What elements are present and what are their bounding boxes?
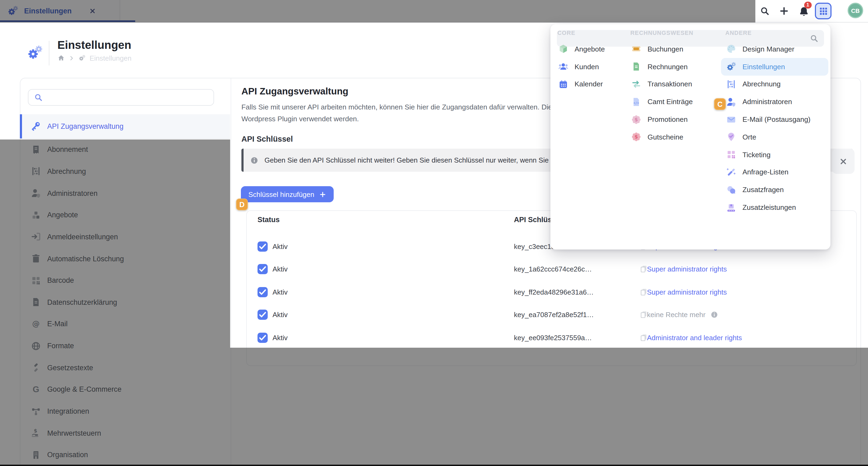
- launcher-section-andere: ANDERE Design Manager Einstellungen Abre…: [721, 30, 828, 216]
- launcher-item-label: Orte: [742, 133, 756, 141]
- status-checkbox[interactable]: [257, 264, 268, 275]
- rights-link[interactable]: keine Rechte mehr: [647, 311, 718, 319]
- launcher-item[interactable]: $ Gutscheine: [626, 128, 717, 146]
- svg-text:$: $: [634, 134, 638, 140]
- status-checkbox[interactable]: [257, 310, 268, 320]
- palette-icon: [726, 44, 737, 55]
- person-shield-icon: [726, 97, 737, 107]
- rights-link[interactable]: Super administrator rights: [647, 288, 727, 296]
- breadcrumb: Einstellungen: [57, 54, 131, 62]
- ticket-icon: [631, 44, 642, 55]
- status-label: Aktiv: [273, 311, 287, 319]
- launcher-item[interactable]: Angebote: [553, 40, 623, 58]
- wand-icon: [726, 167, 737, 178]
- add-icon[interactable]: [779, 6, 789, 16]
- launcher-item[interactable]: $ Promotionen: [626, 111, 717, 128]
- launcher-item-label: Zusatzleistungen: [742, 204, 796, 211]
- launcher-item[interactable]: Orte: [721, 128, 828, 146]
- check-icon: [257, 332, 268, 343]
- launcher-item-label: Anfrage-Listen: [742, 168, 788, 176]
- launcher-item-label: Ticketing: [742, 151, 771, 159]
- launcher-item-label: Abrechnung: [742, 80, 780, 88]
- check-icon: [257, 264, 268, 275]
- launcher-item-label: Kunden: [575, 63, 599, 70]
- api-key-value: key_ee093fe2537559a…: [514, 334, 592, 342]
- launcher-item-label: Transaktionen: [648, 80, 692, 88]
- launcher-item-label: Einstellungen: [742, 63, 785, 70]
- launcher-item[interactable]: Abrechnung: [721, 75, 828, 93]
- info-icon[interactable]: [710, 311, 718, 319]
- api-key-value: key_1a62ccc674ce26c…: [514, 265, 592, 273]
- grid-icon: [819, 6, 828, 15]
- check-icon: [257, 310, 268, 320]
- status-label: Aktiv: [273, 265, 287, 273]
- users-icon: [558, 61, 569, 72]
- search-icon[interactable]: [760, 6, 770, 16]
- table-rows: Aktiv key_c3eec1c334d6e67… Super adminis…: [246, 236, 857, 349]
- envelope-icon: [726, 114, 737, 125]
- modal-close-button[interactable]: [832, 149, 855, 174]
- sidebar-search-input[interactable]: [47, 93, 208, 102]
- calendar-icon: [558, 79, 569, 90]
- launcher-item[interactable]: E-Mail (Postausgang): [721, 111, 828, 128]
- launcher-item[interactable]: Administratoren: [721, 93, 828, 111]
- code-file-icon: </>: [631, 97, 642, 107]
- arrows-icon: [631, 79, 642, 90]
- launcher-item[interactable]: Rechnungen: [626, 58, 717, 76]
- launcher-item[interactable]: Ticketing: [721, 146, 828, 164]
- apps-grid-button[interactable]: [815, 2, 832, 19]
- dim-overlay-bottom: [0, 348, 868, 466]
- launcher-item[interactable]: Anfrage-Listen: [721, 163, 828, 181]
- svg-text:$: $: [634, 117, 638, 122]
- add-key-button[interactable]: Schlüssel hinzufügen: [241, 186, 334, 202]
- conveyor-icon: [726, 202, 737, 213]
- status-label: Aktiv: [273, 243, 287, 251]
- launcher-item[interactable]: Design Manager: [721, 40, 828, 58]
- api-key-value: key_ea7087ef2a8e52f1…: [514, 311, 594, 319]
- search-icon: [34, 93, 43, 102]
- rights-link[interactable]: Administrator and leader rights: [647, 334, 742, 342]
- section-header: RECHNUNGSWESEN: [630, 30, 717, 36]
- launcher-item-label: Kalender: [575, 80, 603, 88]
- sidebar-item-label: API Zugangsverwaltung: [47, 122, 123, 130]
- sidebar-item[interactable]: API Zugangsverwaltung: [20, 114, 230, 139]
- tour-marker-c: C: [714, 98, 726, 110]
- key-icon: [31, 121, 41, 132]
- dim-overlay-top: [0, 0, 755, 22]
- notification-badge: 1: [804, 1, 811, 8]
- screen: Einstellungen 1 CB Einstellungen Einstel…: [0, 0, 868, 466]
- status-checkbox[interactable]: [257, 287, 268, 297]
- launcher-section-core: CORE Angebote Kunden Kalender: [553, 30, 623, 93]
- qr-icon: [726, 149, 737, 160]
- plus-icon: [319, 191, 326, 198]
- avatar[interactable]: CB: [848, 3, 863, 18]
- launcher-item-label: Promotionen: [648, 115, 688, 123]
- home-icon[interactable]: [57, 54, 65, 62]
- launcher-item[interactable]: Buchungen: [626, 40, 717, 58]
- launcher-item[interactable]: Kalender: [553, 75, 623, 93]
- rights-link[interactable]: Super administrator rights: [647, 265, 727, 273]
- dim-overlay-sidebar: [0, 139, 230, 348]
- badge-dollar-icon: $: [631, 132, 642, 143]
- check-icon: [257, 287, 268, 297]
- launcher-item-label: E-Mail (Postausgang): [742, 115, 811, 123]
- launcher-item[interactable]: Einstellungen: [721, 58, 828, 76]
- launcher-section-rechnungswesen: RECHNUNGSWESEN Buchungen Rechnungen Tran…: [626, 30, 717, 146]
- launcher-item[interactable]: Zusatzfragen: [721, 181, 828, 199]
- launcher-item[interactable]: </> Camt Einträge: [626, 93, 717, 111]
- close-icon: [839, 157, 848, 165]
- launcher-item[interactable]: Kunden: [553, 58, 623, 76]
- bottom-edge: [0, 465, 868, 466]
- section-header: CORE: [557, 30, 623, 36]
- status-label: Aktiv: [273, 288, 287, 296]
- chevron-right-icon: [69, 55, 74, 61]
- launcher-item[interactable]: Zusatzleistungen: [721, 198, 828, 216]
- launcher-item-label: Angebote: [575, 45, 605, 53]
- table-row: Aktiv key_ff2eda48296e31a6… Super admini…: [246, 281, 857, 304]
- badge-dollar-icon: $: [631, 114, 642, 125]
- svg-text:</>: </>: [633, 101, 639, 105]
- launcher-item[interactable]: Transaktionen: [626, 75, 717, 93]
- status-checkbox[interactable]: [257, 242, 268, 252]
- chat-icon: [726, 185, 737, 195]
- status-checkbox[interactable]: [257, 332, 268, 343]
